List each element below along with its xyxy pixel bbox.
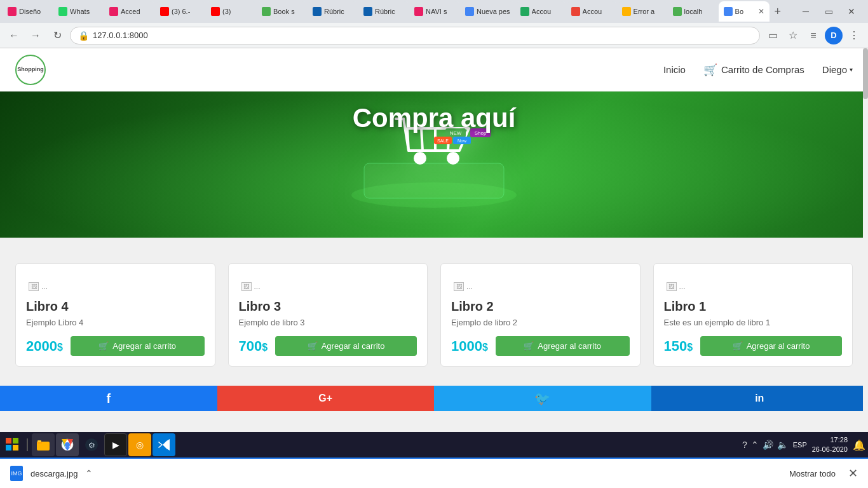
tab-navi[interactable]: NAVI s <box>409 1 460 22</box>
tab-yt1[interactable]: (3) 6.- <box>155 1 206 22</box>
currency-symbol: $ <box>262 342 268 353</box>
tab-label: Accou <box>583 8 602 15</box>
product-card-libro3: 🖼 ... Libro 3 Ejemplo de libro 3 700$ 🛒 … <box>228 263 428 367</box>
broken-img-icon: 🖼 <box>667 282 677 291</box>
currency-symbol: $ <box>687 342 693 353</box>
address-bar[interactable]: 🔒 127.0.0.1:8000 <box>70 27 760 44</box>
menu-button[interactable]: ⋮ <box>845 27 863 44</box>
svg-text:SALE: SALE <box>437 139 449 143</box>
tab-favicon <box>520 7 529 16</box>
broken-img-icon: 🖼 <box>454 282 464 291</box>
tab-label: Nueva pes <box>477 8 510 15</box>
tab-favicon <box>465 7 474 16</box>
add-to-cart-button-libro4[interactable]: 🛒 Agregar al carrito <box>71 336 205 356</box>
add-to-cart-button-libro2[interactable]: 🛒 Agregar al carrito <box>496 336 630 356</box>
product-card-libro2: 🖼 ... Libro 2 Ejemplo de libro 2 1000$ 🛒… <box>440 263 641 367</box>
broken-img-indicator: 🖼 ... <box>667 282 686 291</box>
broken-img-icon: 🖼 <box>241 282 252 291</box>
scroll-thumb[interactable] <box>863 48 868 99</box>
google-button[interactable]: G+ <box>217 386 435 411</box>
tab-favicon <box>363 7 372 16</box>
navbar-links: Inicio 🛒 Carrito de Compras Diego ▾ <box>663 63 853 77</box>
forward-button[interactable]: → <box>27 27 44 44</box>
tab-label: Acced <box>121 8 140 15</box>
tab-yt2[interactable]: (3) <box>206 1 257 22</box>
bookmark-icon[interactable]: ☆ <box>784 27 802 44</box>
twitter-button[interactable]: 🐦 <box>434 386 651 411</box>
tab-nueva[interactable]: Nueva pes <box>460 1 515 22</box>
minimize-button[interactable]: ─ <box>797 3 815 20</box>
new-tab-button[interactable]: + <box>770 5 787 18</box>
product-card-libro1: 🖼 ... Libro 1 Este es un ejemplo de libr… <box>653 263 853 367</box>
tab-favicon <box>211 7 220 16</box>
back-button[interactable]: ← <box>5 27 23 44</box>
maximize-button[interactable]: ▭ <box>820 3 837 20</box>
tab-label: localh <box>684 8 703 15</box>
linkedin-button[interactable]: in <box>651 386 869 411</box>
product-footer-libro3: 700$ 🛒 Agregar al carrito <box>239 336 417 356</box>
tab-diseno[interactable]: Diseño <box>3 1 53 22</box>
tab-favicon <box>673 7 682 16</box>
tab-favicon <box>622 7 631 16</box>
hero-banner: Compra aquí <box>0 92 868 238</box>
tab-favicon <box>58 7 67 16</box>
linkedin-icon: in <box>755 393 764 404</box>
product-price-libro2: 1000$ <box>451 338 488 355</box>
close-window-button[interactable]: ✕ <box>843 3 860 20</box>
add-to-cart-button-libro1[interactable]: 🛒 Agregar al carrito <box>700 336 842 356</box>
tab-whats[interactable]: Whats <box>53 1 104 22</box>
cart-icon: 🛒 <box>703 63 717 77</box>
tab-acced[interactable]: Acced <box>104 1 155 22</box>
google-icon: G+ <box>318 393 332 404</box>
brand: Shopping <box>15 55 46 85</box>
product-title-libro4: Libro 4 <box>26 299 205 314</box>
carrito-link[interactable]: 🛒 Carrito de Compras <box>703 63 804 77</box>
tab-favicon <box>724 7 733 16</box>
brand-text: Shopping <box>17 66 44 73</box>
tab-accou2[interactable]: Accou <box>566 1 617 22</box>
tab-favicon <box>8 7 17 16</box>
product-desc-libro4: Ejemplo Libro 4 <box>26 318 205 327</box>
close-icon[interactable]: ✕ <box>758 7 764 16</box>
cart-label: Carrito de Compras <box>721 64 804 75</box>
tab-rubric2[interactable]: Rúbric <box>358 1 409 22</box>
facebook-button[interactable]: f <box>0 386 217 411</box>
add-to-cart-button-libro3[interactable]: 🛒 Agregar al carrito <box>275 336 417 356</box>
tab-favicon <box>109 7 118 16</box>
reload-button[interactable]: ↻ <box>48 27 66 44</box>
tab-label: Rúbric <box>375 8 395 15</box>
product-title-libro1: Libro 1 <box>664 299 843 314</box>
tab-label: Bo <box>735 8 743 15</box>
tab-localh[interactable]: localh <box>668 1 719 22</box>
cart-btn-icon: 🛒 <box>308 341 318 351</box>
cast-icon[interactable]: ▭ <box>764 27 782 44</box>
product-desc-libro3: Ejemplo de libro 3 <box>239 318 417 327</box>
user-avatar[interactable]: D <box>825 27 843 44</box>
broken-img-indicator: 🖼 ... <box>29 282 48 291</box>
tab-accou1[interactable]: Accou <box>515 1 566 22</box>
cart-btn-icon: 🛒 <box>98 341 109 351</box>
social-bar: f G+ 🐦 in <box>0 386 868 411</box>
tab-favicon <box>414 7 423 16</box>
product-title-libro3: Libro 3 <box>239 299 417 314</box>
svg-point-7 <box>415 153 425 163</box>
customize-icon[interactable]: ≡ <box>804 27 822 44</box>
tab-label: (3) <box>222 8 231 15</box>
scrollbar[interactable] <box>863 48 868 411</box>
tab-error[interactable]: Error a <box>617 1 668 22</box>
tab-label: Accou <box>532 8 552 15</box>
inicio-link[interactable]: Inicio <box>663 64 686 75</box>
currency-symbol: $ <box>482 342 488 353</box>
product-footer-libro4: 2000$ 🛒 Agregar al carrito <box>26 336 205 356</box>
tab-rubric1[interactable]: Rúbric <box>308 1 358 22</box>
product-price-libro1: 150$ <box>664 338 693 355</box>
tab-favicon <box>571 7 580 16</box>
tab-label: (3) 6.- <box>172 8 190 15</box>
tab-active[interactable]: Bo ✕ <box>719 1 770 22</box>
svg-rect-1 <box>364 163 504 198</box>
brand-logo: Shopping <box>15 55 46 85</box>
products-grid: 🖼 ... Libro 4 Ejemplo Libro 4 2000$ 🛒 Ag… <box>15 263 853 367</box>
tab-books[interactable]: Book s <box>257 1 308 22</box>
user-menu[interactable]: Diego ▾ <box>822 64 853 75</box>
broken-img-indicator: 🖼 ... <box>241 282 261 291</box>
